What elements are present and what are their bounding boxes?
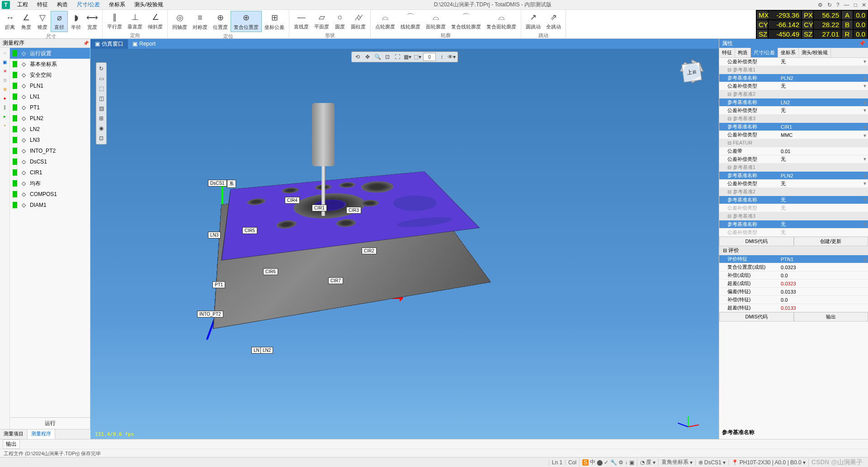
tool-icon[interactable]: ▣ (2, 59, 8, 65)
chevron-down-icon[interactable]: ▾ (863, 107, 866, 113)
titlebar-icon[interactable]: ? (836, 2, 840, 8)
prop-tab-特征[interactable]: 特征 (719, 48, 735, 57)
view-tool-icon[interactable]: ▤ (97, 104, 105, 112)
prop-value[interactable]: 无▾ (778, 107, 868, 114)
titlebar-icon[interactable]: □ (854, 2, 857, 8)
chevron-down-icon[interactable]: ▾ (863, 156, 866, 162)
ribbon-平行度[interactable]: ∥平行度 (104, 11, 125, 31)
tree-item-COMPOS1[interactable]: ◇COMPOS1 (10, 189, 90, 200)
tree-item-PLN1[interactable]: ◇PLN1 (10, 80, 90, 91)
view-tool-icon[interactable]: ⊞ (97, 114, 105, 122)
prop-value[interactable]: LN2▾ (778, 99, 868, 106)
menu-坐标系[interactable]: 坐标系 (104, 1, 130, 8)
pin-icon[interactable]: 📌 (859, 40, 865, 47)
ribbon-圆度[interactable]: ○圆度 (332, 11, 348, 31)
view-tool-icon[interactable]: ⊡ (97, 134, 105, 142)
tree-item-PT1[interactable]: ◇PT1 (10, 102, 90, 113)
view-tab-Report[interactable]: ▣ Report (128, 40, 160, 48)
tree-item-DIAM1[interactable]: ◇DIAM1 (10, 200, 90, 210)
view-tool-icon[interactable]: ⊡ (383, 53, 392, 61)
status-probe[interactable]: 📍 PH10T-2X30 | A0.0 | B0.0 ▾ (728, 459, 808, 466)
menu-工程[interactable]: 工程 (13, 1, 33, 8)
tree-item-LN3[interactable]: ◇LN3 (10, 135, 90, 145)
tree-item-均布[interactable]: ◇均布 (10, 178, 90, 189)
prop-value[interactable]: CIR1▾ (778, 124, 868, 130)
tree-item-安全空间[interactable]: ◇安全空间 (10, 70, 90, 80)
chevron-down-icon[interactable]: ▾ (863, 132, 866, 139)
view-tool-icon[interactable]: ⟲ (354, 53, 362, 61)
view-tool-icon[interactable]: 🔍 (373, 53, 382, 61)
prop-value[interactable]: 无▾ (778, 82, 868, 90)
prop-value[interactable]: PTN1▾ (778, 256, 868, 262)
ribbon-圆柱度[interactable]: ⌭圆柱度 (348, 11, 368, 31)
prop-tab-尺寸/公差[interactable]: 尺寸/公差 (751, 48, 778, 57)
tool-icon[interactable]: ‖ (2, 104, 8, 110)
ribbon-面轮廓度[interactable]: ⌓面轮廓度 (423, 11, 448, 31)
chevron-down-icon[interactable]: ▾ (863, 58, 866, 65)
cube-face[interactable]: 上前 (681, 62, 702, 82)
ribbon-距离[interactable]: ↔距离 (2, 11, 18, 32)
prop-tab-构造[interactable]: 构造 (735, 48, 751, 57)
ribbon-倾斜度[interactable]: ∠倾斜度 (145, 11, 165, 31)
dmis-code-button[interactable]: DMIS代码 (719, 312, 794, 322)
pin-icon[interactable]: 📌 (83, 41, 89, 46)
ribbon-垂直度[interactable]: ⊥垂直度 (125, 11, 145, 31)
run-button[interactable]: 运行 (10, 417, 90, 429)
view-tool-icon[interactable]: ✥ (363, 53, 372, 61)
prop-value[interactable]: MMC▾ (778, 132, 868, 138)
tree-item-LN1[interactable]: ◇LN1 (10, 91, 90, 102)
view-tool-icon[interactable]: ◫ (97, 94, 105, 103)
tree-tab-测量程序[interactable]: 测量程序 (28, 430, 55, 439)
create-update-button[interactable]: 创建/更新 (794, 237, 868, 246)
view-tool-icon[interactable]: ◉ (97, 124, 105, 132)
menu-测头/校验规[interactable]: 测头/校验规 (130, 1, 167, 8)
tool-icon[interactable]: ▪ (2, 122, 8, 128)
menu-特征[interactable]: 特征 (33, 1, 52, 8)
tree-item-LN2[interactable]: ◇LN2 (10, 124, 90, 135)
ribbon-线轮廓度[interactable]: ⌒线轮廓度 (398, 11, 423, 31)
titlebar-icon[interactable]: — (844, 2, 849, 8)
view-tool-icon[interactable]: ⬚ (97, 84, 105, 93)
tool-icon[interactable]: ○ (2, 50, 8, 56)
view-tab-仿真窗口[interactable]: ▣ 仿真窗口 (90, 39, 128, 49)
chevron-down-icon[interactable]: ▾ (863, 180, 866, 187)
output-button[interactable]: 输出 (794, 312, 868, 322)
menu-构造[interactable]: 构造 (52, 1, 72, 8)
tree-item-INTO_PT2[interactable]: ◇INTO_PT2 (10, 145, 90, 156)
tree-item-基本坐标系[interactable]: ◇基本坐标系 (10, 59, 90, 70)
status-ime[interactable]: S 中 ⬤ ✓ 🔧 ⚙ ↓ ▣ (579, 458, 637, 466)
view-tool-icon[interactable]: ⛶ (393, 53, 401, 61)
view-tool-icon[interactable]: 👁▾ (448, 53, 456, 61)
menu-尺寸/公差[interactable]: 尺寸/公差 (72, 1, 104, 8)
chevron-down-icon[interactable]: ▾ (863, 124, 866, 131)
ribbon-半径[interactable]: ◗半径 (68, 11, 84, 32)
tool-icon[interactable]: ⊙ (2, 77, 8, 83)
ribbon-点轮廓度[interactable]: ⌓点轮廓度 (373, 11, 398, 31)
ribbon-全跳动[interactable]: ⇗全跳动 (543, 11, 564, 31)
prop-value[interactable]: 无▾ (778, 196, 868, 204)
view-tool-input[interactable]: 0 (423, 53, 436, 61)
tool-icon[interactable]: ▸ (2, 113, 8, 119)
status-cs[interactable]: ⊕ DsCS1 ▾ (695, 459, 728, 466)
view-tool-icon[interactable]: ↻ (97, 65, 105, 73)
chevron-down-icon[interactable]: ▾ (863, 257, 866, 263)
dmis-code-button[interactable]: DMIS代码 (719, 237, 794, 246)
prop-value[interactable]: PLN2▾ (778, 173, 868, 179)
ribbon-锥度[interactable]: ▽锥度 (34, 11, 51, 32)
prop-value[interactable]: 无▾ (778, 180, 868, 187)
tool-icon[interactable]: ● (2, 95, 8, 101)
chevron-down-icon[interactable]: ▾ (863, 221, 866, 227)
ribbon-宽度[interactable]: ⟷宽度 (84, 11, 100, 32)
view-tool-icon[interactable]: ▦▾ (403, 53, 411, 61)
ribbon-坐标公差[interactable]: ⊞坐标公差 (262, 11, 287, 32)
prop-value[interactable]: 无▾ (778, 58, 868, 65)
chevron-down-icon[interactable]: ▾ (863, 173, 866, 179)
ribbon-位置度[interactable]: ⊕位置度 (210, 11, 231, 32)
ribbon-复合线轮廓度[interactable]: ⌒复合线轮廓度 (448, 11, 484, 31)
prop-value[interactable]: PLN2▾ (778, 75, 868, 81)
chevron-down-icon[interactable]: ▾ (863, 196, 866, 203)
prop-value[interactable]: 无▾ (778, 155, 868, 163)
output-tab[interactable]: 输出 (3, 439, 20, 449)
prop-tab-测头/校验规[interactable]: 测头/校验规 (799, 48, 831, 57)
ribbon-对称度[interactable]: ≡对称度 (190, 11, 210, 32)
